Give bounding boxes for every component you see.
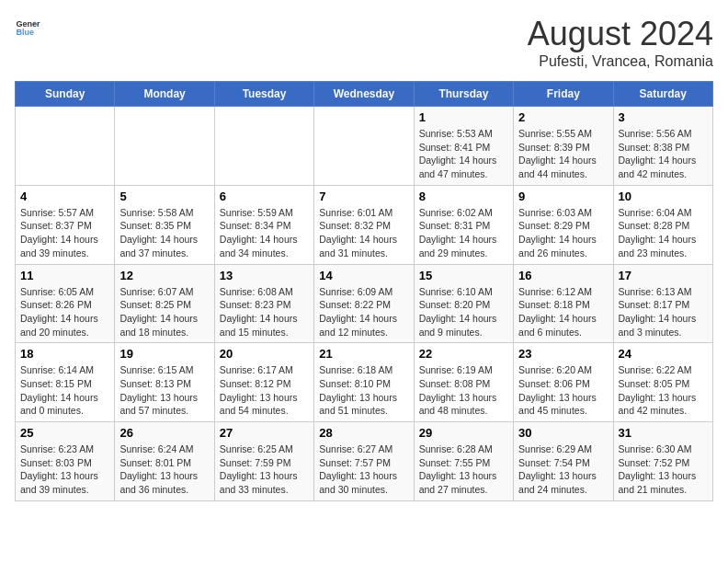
calendar-cell: 22Sunrise: 6:19 AM Sunset: 8:08 PM Dayli… bbox=[414, 343, 513, 422]
day-header-thursday: Thursday bbox=[414, 82, 513, 107]
day-number: 23 bbox=[518, 347, 608, 361]
day-info: Sunrise: 6:22 AM Sunset: 8:05 PM Dayligh… bbox=[619, 363, 708, 418]
calendar-cell: 19Sunrise: 6:15 AM Sunset: 8:13 PM Dayli… bbox=[115, 343, 214, 422]
day-info: Sunrise: 6:03 AM Sunset: 8:29 PM Dayligh… bbox=[518, 206, 608, 260]
calendar-cell: 24Sunrise: 6:22 AM Sunset: 8:05 PM Dayli… bbox=[613, 343, 712, 422]
day-number: 10 bbox=[619, 190, 708, 203]
calendar-cell: 2Sunrise: 5:55 AM Sunset: 8:39 PM Daylig… bbox=[514, 107, 613, 186]
day-number: 31 bbox=[619, 426, 708, 440]
main-title: August 2024 bbox=[528, 15, 713, 53]
day-number: 8 bbox=[419, 190, 508, 203]
day-number: 4 bbox=[20, 190, 109, 203]
day-number: 11 bbox=[20, 269, 109, 282]
day-number: 6 bbox=[220, 190, 309, 203]
day-header-saturday: Saturday bbox=[613, 82, 712, 107]
day-number: 1 bbox=[419, 110, 508, 124]
svg-text:Blue: Blue bbox=[16, 28, 34, 37]
calendar-cell bbox=[314, 107, 414, 186]
calendar-cell bbox=[115, 107, 214, 186]
calendar-cell bbox=[16, 107, 115, 186]
calendar-cell bbox=[214, 107, 313, 186]
day-number: 19 bbox=[119, 347, 209, 361]
week-row-3: 11Sunrise: 6:05 AM Sunset: 8:26 PM Dayli… bbox=[16, 264, 713, 343]
calendar-cell: 30Sunrise: 6:29 AM Sunset: 7:54 PM Dayli… bbox=[514, 422, 613, 501]
week-row-1: 1Sunrise: 5:53 AM Sunset: 8:41 PM Daylig… bbox=[16, 107, 713, 186]
calendar-cell: 31Sunrise: 6:30 AM Sunset: 7:52 PM Dayli… bbox=[613, 422, 712, 501]
day-number: 30 bbox=[518, 426, 608, 440]
day-number: 2 bbox=[518, 110, 608, 124]
day-number: 24 bbox=[619, 347, 708, 361]
day-number: 29 bbox=[419, 426, 508, 440]
day-info: Sunrise: 6:29 AM Sunset: 7:54 PM Dayligh… bbox=[518, 442, 608, 497]
calendar-cell: 25Sunrise: 6:23 AM Sunset: 8:03 PM Dayli… bbox=[16, 422, 115, 501]
day-info: Sunrise: 6:24 AM Sunset: 8:01 PM Dayligh… bbox=[119, 442, 209, 497]
calendar-cell: 15Sunrise: 6:10 AM Sunset: 8:20 PM Dayli… bbox=[414, 264, 513, 343]
calendar-cell: 13Sunrise: 6:08 AM Sunset: 8:23 PM Dayli… bbox=[214, 264, 313, 343]
day-info: Sunrise: 6:28 AM Sunset: 7:55 PM Dayligh… bbox=[419, 442, 508, 497]
calendar-cell: 11Sunrise: 6:05 AM Sunset: 8:26 PM Dayli… bbox=[16, 264, 115, 343]
day-info: Sunrise: 6:08 AM Sunset: 8:23 PM Dayligh… bbox=[220, 285, 309, 339]
day-info: Sunrise: 5:59 AM Sunset: 8:34 PM Dayligh… bbox=[220, 206, 309, 260]
day-number: 20 bbox=[220, 347, 309, 361]
day-info: Sunrise: 6:09 AM Sunset: 8:22 PM Dayligh… bbox=[319, 285, 408, 339]
day-number: 28 bbox=[319, 426, 408, 440]
day-header-wednesday: Wednesday bbox=[314, 82, 414, 107]
calendar-table: SundayMondayTuesdayWednesdayThursdayFrid… bbox=[15, 81, 713, 501]
day-info: Sunrise: 6:17 AM Sunset: 8:12 PM Dayligh… bbox=[220, 363, 309, 418]
subtitle: Pufesti, Vrancea, Romania bbox=[528, 53, 713, 70]
calendar-cell: 29Sunrise: 6:28 AM Sunset: 7:55 PM Dayli… bbox=[414, 422, 513, 501]
logo: General Blue bbox=[15, 15, 40, 40]
calendar-cell: 18Sunrise: 6:14 AM Sunset: 8:15 PM Dayli… bbox=[16, 343, 115, 422]
day-info: Sunrise: 6:18 AM Sunset: 8:10 PM Dayligh… bbox=[319, 363, 408, 418]
calendar-cell: 10Sunrise: 6:04 AM Sunset: 8:28 PM Dayli… bbox=[613, 185, 712, 264]
day-header-row: SundayMondayTuesdayWednesdayThursdayFrid… bbox=[16, 82, 713, 107]
day-number: 14 bbox=[319, 269, 408, 282]
day-info: Sunrise: 6:04 AM Sunset: 8:28 PM Dayligh… bbox=[619, 206, 708, 260]
calendar-cell: 12Sunrise: 6:07 AM Sunset: 8:25 PM Dayli… bbox=[115, 264, 214, 343]
calendar-cell: 20Sunrise: 6:17 AM Sunset: 8:12 PM Dayli… bbox=[214, 343, 313, 422]
day-number: 16 bbox=[518, 269, 608, 282]
day-info: Sunrise: 5:58 AM Sunset: 8:35 PM Dayligh… bbox=[119, 206, 209, 260]
day-number: 9 bbox=[518, 190, 608, 203]
day-number: 22 bbox=[419, 347, 508, 361]
day-info: Sunrise: 5:53 AM Sunset: 8:41 PM Dayligh… bbox=[419, 127, 508, 181]
day-number: 5 bbox=[119, 190, 209, 203]
day-number: 25 bbox=[20, 426, 109, 440]
calendar-cell: 16Sunrise: 6:12 AM Sunset: 8:18 PM Dayli… bbox=[514, 264, 613, 343]
day-number: 18 bbox=[20, 347, 109, 361]
svg-text:General: General bbox=[16, 19, 40, 29]
day-info: Sunrise: 5:57 AM Sunset: 8:37 PM Dayligh… bbox=[20, 206, 109, 260]
day-info: Sunrise: 6:30 AM Sunset: 7:52 PM Dayligh… bbox=[619, 442, 708, 497]
calendar-cell: 28Sunrise: 6:27 AM Sunset: 7:57 PM Dayli… bbox=[314, 422, 414, 501]
day-header-sunday: Sunday bbox=[16, 82, 115, 107]
day-info: Sunrise: 5:56 AM Sunset: 8:38 PM Dayligh… bbox=[619, 127, 708, 181]
calendar-cell: 17Sunrise: 6:13 AM Sunset: 8:17 PM Dayli… bbox=[613, 264, 712, 343]
day-info: Sunrise: 6:20 AM Sunset: 8:06 PM Dayligh… bbox=[518, 363, 608, 418]
day-info: Sunrise: 6:15 AM Sunset: 8:13 PM Dayligh… bbox=[119, 363, 209, 418]
day-number: 27 bbox=[220, 426, 309, 440]
day-info: Sunrise: 6:14 AM Sunset: 8:15 PM Dayligh… bbox=[20, 363, 109, 418]
day-info: Sunrise: 6:12 AM Sunset: 8:18 PM Dayligh… bbox=[518, 285, 608, 339]
day-number: 3 bbox=[619, 110, 708, 124]
day-number: 17 bbox=[619, 269, 708, 282]
day-info: Sunrise: 6:13 AM Sunset: 8:17 PM Dayligh… bbox=[619, 285, 708, 339]
calendar-cell: 1Sunrise: 5:53 AM Sunset: 8:41 PM Daylig… bbox=[414, 107, 513, 186]
day-info: Sunrise: 6:19 AM Sunset: 8:08 PM Dayligh… bbox=[419, 363, 508, 418]
header: General Blue August 2024 Pufesti, Vrance… bbox=[15, 15, 713, 70]
calendar-cell: 6Sunrise: 5:59 AM Sunset: 8:34 PM Daylig… bbox=[214, 185, 313, 264]
day-info: Sunrise: 6:07 AM Sunset: 8:25 PM Dayligh… bbox=[119, 285, 209, 339]
day-header-friday: Friday bbox=[514, 82, 613, 107]
calendar-cell: 3Sunrise: 5:56 AM Sunset: 8:38 PM Daylig… bbox=[613, 107, 712, 186]
title-area: August 2024 Pufesti, Vrancea, Romania bbox=[528, 15, 713, 70]
day-info: Sunrise: 6:27 AM Sunset: 7:57 PM Dayligh… bbox=[319, 442, 408, 497]
day-number: 13 bbox=[220, 269, 309, 282]
day-info: Sunrise: 6:02 AM Sunset: 8:31 PM Dayligh… bbox=[419, 206, 508, 260]
calendar-cell: 14Sunrise: 6:09 AM Sunset: 8:22 PM Dayli… bbox=[314, 264, 414, 343]
day-info: Sunrise: 6:05 AM Sunset: 8:26 PM Dayligh… bbox=[20, 285, 109, 339]
calendar-cell: 7Sunrise: 6:01 AM Sunset: 8:32 PM Daylig… bbox=[314, 185, 414, 264]
week-row-5: 25Sunrise: 6:23 AM Sunset: 8:03 PM Dayli… bbox=[16, 422, 713, 501]
calendar-cell: 5Sunrise: 5:58 AM Sunset: 8:35 PM Daylig… bbox=[115, 185, 214, 264]
day-info: Sunrise: 6:25 AM Sunset: 7:59 PM Dayligh… bbox=[220, 442, 309, 497]
calendar-cell: 4Sunrise: 5:57 AM Sunset: 8:37 PM Daylig… bbox=[16, 185, 115, 264]
day-number: 7 bbox=[319, 190, 408, 203]
